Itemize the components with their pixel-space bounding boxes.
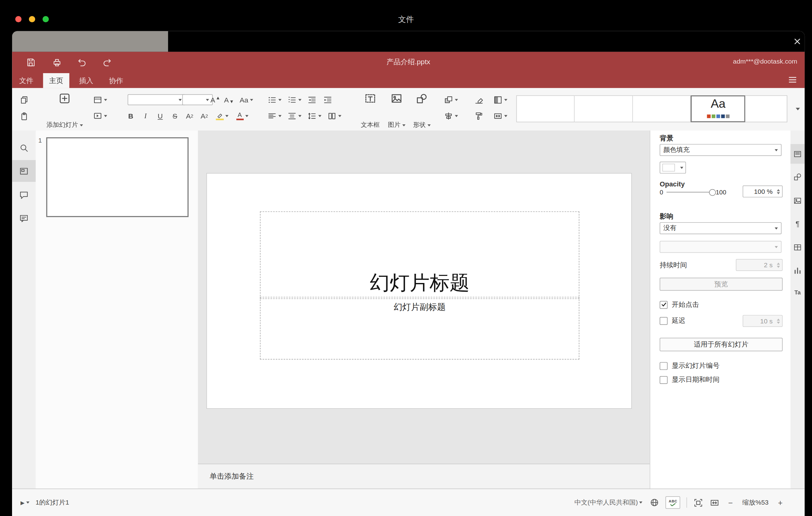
change-case-button[interactable]: Aa <box>237 94 256 106</box>
strikethrough-button[interactable]: S <box>168 110 182 122</box>
comments-button[interactable] <box>12 184 36 206</box>
effect-select[interactable]: 没有 <box>660 222 781 234</box>
slides-panel-button[interactable] <box>12 160 36 182</box>
vertical-align-button[interactable] <box>285 110 303 122</box>
theme-thumbnail-selected[interactable]: Aa <box>691 95 745 122</box>
preview-button[interactable]: 预览 <box>660 278 782 291</box>
feedback-button[interactable] <box>12 207 36 229</box>
fit-width-button[interactable] <box>710 497 720 507</box>
delay-checkbox[interactable] <box>660 317 668 325</box>
italic-button[interactable]: I <box>139 110 152 122</box>
arrange-shapes-button[interactable] <box>442 94 460 106</box>
subscript-button[interactable]: A2 <box>198 110 211 122</box>
insert-shape-button[interactable]: 形状 <box>409 91 434 131</box>
table-settings-button[interactable] <box>790 237 805 257</box>
opacity-slider-knob[interactable] <box>709 189 716 196</box>
effect-variant-select[interactable] <box>660 241 781 253</box>
slide-title-placeholder[interactable]: 幻灯片标题 <box>260 211 579 299</box>
underline-button[interactable]: U <box>153 110 167 122</box>
opacity-slider[interactable] <box>666 192 713 193</box>
notes-area[interactable]: 单击添加备注 <box>198 463 650 489</box>
copy-style-button[interactable] <box>472 110 486 122</box>
line-spacing-button[interactable] <box>305 110 323 122</box>
theme-thumbnail[interactable] <box>633 95 691 122</box>
spinner-arrows[interactable] <box>777 315 780 326</box>
language-select[interactable]: 中文(中华人民共和国) <box>575 498 643 507</box>
paste-button[interactable] <box>17 110 31 122</box>
theme-thumbnail[interactable] <box>745 95 787 122</box>
increase-font-size-button[interactable]: A▲ <box>208 94 222 106</box>
apply-to-all-slides-button[interactable]: 适用于所有幻灯片 <box>660 338 782 351</box>
font-color-button[interactable]: A <box>233 110 251 122</box>
slide-subtitle-placeholder[interactable]: 幻灯片副标题 <box>260 297 579 360</box>
add-slide-button[interactable]: 添加幻灯片 <box>42 91 87 131</box>
start-slideshow-status-button[interactable]: ▶ <box>20 500 29 505</box>
insert-image-button[interactable]: 图片 <box>384 91 409 131</box>
fit-slide-button[interactable] <box>694 497 703 507</box>
opacity-label: Opacity <box>660 180 685 188</box>
search-button[interactable] <box>12 137 36 159</box>
window-title: 文件 <box>0 15 812 24</box>
background-color-swatch-select[interactable] <box>660 162 686 174</box>
app: 文件 产品介绍.pptx adm***@dootask.com <box>0 0 812 516</box>
horizontal-align-button[interactable] <box>265 110 283 122</box>
shape-settings-button[interactable] <box>790 167 805 187</box>
highlight-color-swatch <box>216 118 224 120</box>
highlight-color-button[interactable] <box>213 110 231 122</box>
close-icon[interactable] <box>790 34 804 48</box>
textbox-button[interactable]: 文本框 <box>357 91 383 131</box>
increase-indent-button[interactable] <box>321 94 335 106</box>
decrease-font-size-button[interactable]: A▼ <box>222 94 236 106</box>
align-shapes-button[interactable] <box>442 110 460 122</box>
show-date-time-checkbox[interactable] <box>660 376 668 383</box>
slide-size-button[interactable] <box>491 110 509 122</box>
menu-hamburger-icon[interactable] <box>786 73 799 87</box>
theme-thumbnail[interactable] <box>517 95 575 122</box>
bullet-list-button[interactable] <box>265 94 283 106</box>
start-on-click-checkbox[interactable] <box>660 300 668 308</box>
zoom-in-button[interactable]: + <box>778 498 783 507</box>
bold-button[interactable]: B <box>124 110 138 122</box>
font-name-select[interactable] <box>128 94 185 105</box>
chart-settings-button[interactable] <box>790 260 805 280</box>
spell-check-button[interactable]: ABC <box>666 496 680 509</box>
spinner-arrows[interactable] <box>777 260 780 270</box>
tab-collaboration[interactable]: 协作 <box>103 73 129 88</box>
paragraph-settings-button[interactable]: ¶ <box>790 214 805 234</box>
clear-style-button[interactable] <box>472 94 486 106</box>
chevron-down-icon <box>680 167 683 169</box>
chevron-down-icon <box>250 99 253 101</box>
delay-field[interactable]: 10 s <box>743 315 782 327</box>
columns-button[interactable] <box>325 110 343 122</box>
copy-button[interactable] <box>17 94 31 106</box>
opacity-value-field[interactable]: 100 % <box>743 185 782 198</box>
effect-label: 影响 <box>660 212 673 221</box>
slide-thumbnail[interactable] <box>46 137 188 217</box>
duration-field[interactable]: 2 s <box>736 259 783 271</box>
set-language-globe-icon[interactable] <box>650 498 660 507</box>
slide-settings-button[interactable] <box>790 144 805 164</box>
numbered-list-button[interactable] <box>285 94 303 106</box>
background-fill-select[interactable]: 颜色填充 <box>660 144 781 156</box>
slide-layout-button[interactable] <box>91 94 109 106</box>
image-settings-button[interactable] <box>790 191 805 210</box>
tab-home[interactable]: 主页 <box>43 73 69 88</box>
slide-canvas[interactable]: 幻灯片标题 幻灯片副标题 <box>207 173 632 408</box>
slide-title-text: 幻灯片标题 <box>370 270 469 296</box>
theme-gallery-expand-button[interactable] <box>790 95 804 122</box>
chevron-down-icon <box>795 107 800 110</box>
decrease-indent-button[interactable] <box>305 94 319 106</box>
font-size-select[interactable] <box>182 94 213 105</box>
zoom-out-button[interactable]: − <box>728 498 733 507</box>
theme-thumbnail[interactable] <box>575 95 633 122</box>
spinner-arrows[interactable] <box>777 186 780 197</box>
account-email[interactable]: adm***@dootask.com <box>733 58 797 65</box>
start-slideshow-button[interactable] <box>91 110 109 122</box>
shape-fill-button[interactable] <box>491 94 509 106</box>
tab-file[interactable]: 文件 <box>13 73 39 88</box>
show-slide-number-checkbox[interactable] <box>660 362 668 370</box>
superscript-button[interactable]: A2 <box>183 110 196 122</box>
chevron-down-icon <box>104 115 107 117</box>
tab-insert[interactable]: 插入 <box>73 73 99 88</box>
textart-settings-button[interactable]: Ta <box>790 282 805 302</box>
